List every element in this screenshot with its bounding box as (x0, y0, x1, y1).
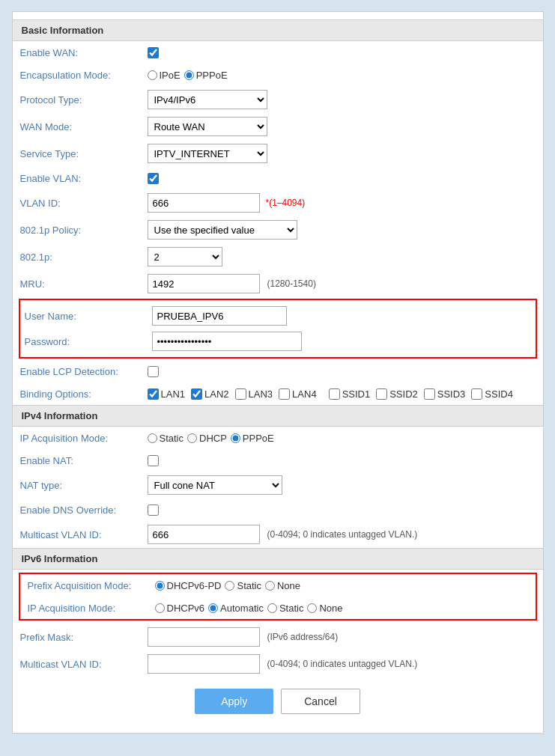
prefix-mask-input[interactable] (148, 627, 260, 647)
ipoe-option[interactable]: IPoE (148, 70, 181, 81)
pppoe-v4-radio[interactable] (231, 433, 240, 443)
ipv6-acq-box: Prefix Acquisition Mode: DHCPv6-PD Stati… (19, 573, 537, 621)
enable-lcp-control (148, 366, 536, 377)
encapsulation-label: Encapsulation Mode: (20, 70, 148, 81)
policy-802-row: 802.1p Policy: Use the specified value (13, 216, 543, 243)
ipoe-label: IPoE (160, 70, 181, 81)
enable-vlan-checkbox[interactable] (148, 173, 159, 184)
ssid4-item[interactable]: SSID4 (471, 388, 513, 400)
prefix-mask-hint: (IPv6 address/64) (267, 632, 339, 642)
multicast-vlan-v6-input[interactable] (148, 654, 260, 674)
static-v4-option[interactable]: Static (148, 433, 184, 444)
multicast-vlan-v6-row: Multicast VLAN ID: (0-4094; 0 indicates … (13, 650, 543, 677)
password-input[interactable] (152, 332, 302, 351)
enable-lcp-checkbox[interactable] (148, 366, 159, 377)
mru-input[interactable] (148, 274, 260, 293)
lan3-checkbox[interactable] (235, 388, 246, 400)
lan1-item[interactable]: LAN1 (148, 388, 186, 400)
password-row: Password: (25, 329, 531, 354)
enable-vlan-control (148, 173, 536, 184)
static-v6-option[interactable]: Static (267, 603, 304, 614)
lan2-checkbox[interactable] (191, 388, 202, 400)
policy-802-select[interactable]: Use the specified value (148, 220, 297, 240)
automatic-radio[interactable] (208, 603, 218, 613)
ip-acq-v4-label: IP Acquisition Mode: (20, 433, 148, 444)
mru-row: MRU: (1280-1540) (13, 270, 543, 297)
apply-button[interactable]: Apply (195, 689, 273, 714)
password-label: Password: (25, 336, 152, 347)
static-v4-label: Static (160, 433, 184, 444)
cancel-button[interactable]: Cancel (281, 689, 360, 714)
ssid1-checkbox[interactable] (329, 388, 340, 400)
ssid3-item[interactable]: SSID3 (424, 388, 466, 400)
static-v6-radio[interactable] (267, 603, 277, 613)
enable-lcp-label: Enable LCP Detection: (20, 366, 148, 377)
dhcpv6pd-option[interactable]: DHCPv6-PD (155, 580, 222, 591)
lan1-label: LAN1 (161, 388, 186, 400)
none-prefix-label: None (277, 580, 300, 591)
lan4-item[interactable]: LAN4 (279, 388, 317, 400)
lan2-item[interactable]: LAN2 (191, 388, 229, 400)
protocol-type-select[interactable]: IPv4/IPv6 (148, 90, 267, 109)
enable-nat-row: Enable NAT: (13, 449, 543, 472)
ssid2-item[interactable]: SSID2 (376, 388, 418, 400)
service-type-label: Service Type: (20, 148, 148, 159)
none-prefix-option[interactable]: None (265, 580, 300, 591)
enable-nat-checkbox[interactable] (148, 455, 159, 466)
ssid4-checkbox[interactable] (471, 388, 482, 400)
dhcp-v4-option[interactable]: DHCP (187, 433, 227, 444)
ip-acq-v6-row: IP Acquisition Mode: DHCPv6 Automatic St… (20, 597, 536, 619)
none-v6-radio[interactable] (307, 603, 317, 613)
enable-dns-checkbox[interactable] (148, 504, 159, 516)
enable-dns-label: Enable DNS Override: (20, 504, 148, 516)
none-prefix-radio[interactable] (265, 581, 275, 591)
binding-options-row: Binding Options: LAN1 LAN2 LAN3 LAN4 (13, 382, 543, 405)
ssid1-label: SSID1 (342, 388, 371, 400)
credentials-box: User Name: Password: (19, 299, 537, 359)
vlan-id-hint: *(1–4094) (266, 198, 306, 208)
enable-lcp-row: Enable LCP Detection: (13, 360, 543, 382)
ssid3-checkbox[interactable] (424, 388, 435, 400)
lan4-checkbox[interactable] (279, 388, 290, 400)
dhcpv6pd-radio[interactable] (155, 581, 165, 591)
nat-type-row: NAT type: Full cone NAT (13, 472, 543, 499)
ssid1-item[interactable]: SSID1 (329, 388, 371, 400)
prefix-mask-control: (IPv6 address/64) (148, 627, 536, 647)
vlan-id-input[interactable] (148, 193, 260, 213)
ipv4-info-header: IPv4 Information (13, 405, 543, 427)
multicast-vlan-v4-input[interactable] (148, 525, 260, 544)
ssid2-label: SSID2 (389, 388, 418, 400)
static-v4-radio[interactable] (148, 433, 157, 443)
pppoe-option[interactable]: PPPoE (184, 70, 228, 81)
ipoe-radio[interactable] (148, 70, 157, 80)
wan-mode-select[interactable]: Route WAN (148, 117, 267, 136)
nat-type-select[interactable]: Full cone NAT (148, 475, 282, 495)
field-802-select[interactable]: 2 (148, 247, 222, 266)
ssid2-checkbox[interactable] (376, 388, 387, 400)
dhcpv6pd-label: DHCPv6-PD (167, 580, 222, 591)
automatic-option[interactable]: Automatic (208, 603, 264, 614)
policy-802-label: 802.1p Policy: (20, 225, 148, 236)
pppoe-v4-label: PPPoE (243, 433, 274, 444)
static-prefix-option[interactable]: Static (225, 580, 261, 591)
username-input[interactable] (152, 306, 287, 326)
lan4-label: LAN4 (292, 388, 317, 400)
lan1-checkbox[interactable] (148, 388, 159, 400)
none-v6-option[interactable]: None (307, 603, 342, 614)
multicast-vlan-v4-hint: (0-4094; 0 indicates untagged VLAN.) (267, 529, 418, 540)
field-802-row: 802.1p: 2 (13, 243, 543, 270)
static-prefix-radio[interactable] (225, 581, 234, 591)
dhcpv6-option[interactable]: DHCPv6 (155, 603, 205, 614)
pppoe-v4-option[interactable]: PPPoE (231, 433, 274, 444)
pppoe-radio[interactable] (184, 70, 194, 80)
pppoe-label: PPPoE (196, 70, 228, 81)
dhcp-v4-radio[interactable] (187, 433, 197, 443)
service-type-select[interactable]: IPTV_INTERNET (148, 144, 267, 163)
nat-type-label: NAT type: (20, 480, 148, 491)
ip-acq-v6-label: IP Acquisition Mode: (28, 603, 155, 614)
lan3-item[interactable]: LAN3 (235, 388, 273, 400)
password-control (152, 332, 531, 351)
dhcpv6-radio[interactable] (155, 603, 165, 613)
enable-wan-checkbox[interactable] (148, 47, 159, 58)
field-802-label: 802.1p: (20, 252, 148, 263)
